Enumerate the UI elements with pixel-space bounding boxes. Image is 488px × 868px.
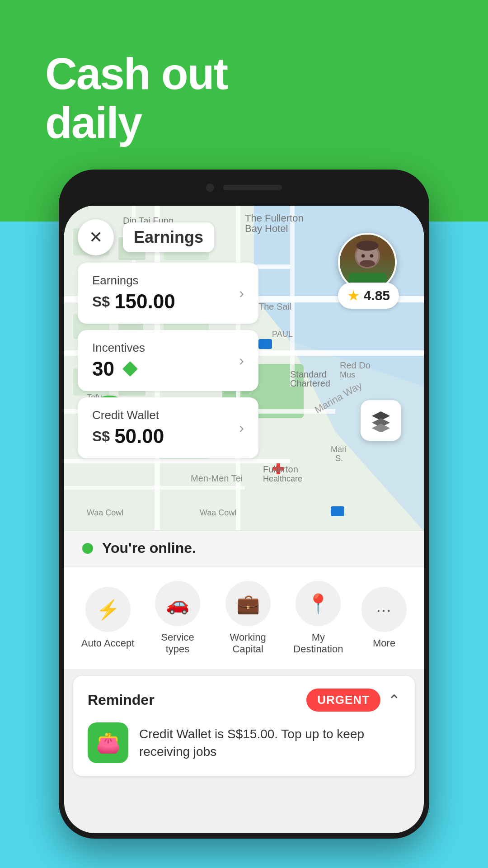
credit-wallet-card-content: Credit Wallet S$50.00 (92, 408, 164, 448)
incentives-card-content: Incentives 30 (92, 341, 145, 380)
svg-text:Mari: Mari (331, 445, 347, 454)
svg-point-53 (370, 254, 374, 258)
earnings-amount: 150.00 (114, 290, 175, 313)
credit-currency: S$ (92, 428, 110, 445)
earnings-currency: S$ (92, 293, 110, 310)
svg-rect-11 (290, 206, 295, 387)
phone-frame: Din Tai Fung The Fullerton Bay Hotel The… (59, 170, 429, 839)
credit-wallet-value: S$50.00 (92, 425, 164, 448)
hero-text: Cash out daily (45, 50, 227, 147)
incentives-arrow-icon: › (239, 352, 244, 369)
svg-text:Mus: Mus (340, 370, 355, 379)
incentives-card[interactable]: Incentives 30 › (78, 330, 258, 391)
incentives-amount: 30 (92, 358, 114, 380)
status-bar: You're online. (64, 530, 424, 566)
svg-text:Fullerton: Fullerton (263, 464, 298, 474)
svg-point-52 (361, 254, 365, 258)
driver-avatar-image (340, 235, 395, 290)
layers-icon (370, 409, 392, 432)
rating-value: 4.85 (364, 288, 390, 303)
credit-amount: 50.00 (114, 425, 164, 448)
svg-text:The Sail: The Sail (258, 302, 291, 311)
my-destination-icon: 📍 (296, 581, 341, 626)
svg-text:Chartered: Chartered (290, 378, 330, 388)
wallet-icon: 👛 (96, 731, 121, 755)
svg-text:Waa Cowl: Waa Cowl (87, 508, 123, 517)
reminder-right: URGENT ⌃ (306, 689, 400, 712)
svg-text:Red Do: Red Do (340, 360, 371, 370)
svg-point-49 (357, 241, 379, 251)
more-icon: ··· (361, 587, 407, 632)
notch-speaker (223, 185, 282, 190)
svg-text:PAUL: PAUL (272, 330, 293, 339)
svg-rect-21 (258, 339, 272, 349)
nav-more[interactable]: ··· More (361, 587, 407, 649)
rating-badge: ★ 4.85 (338, 283, 399, 309)
svg-text:Healthcare: Healthcare (263, 474, 302, 483)
notch-camera (206, 184, 214, 192)
phone-screen: Din Tai Fung The Fullerton Bay Hotel The… (64, 206, 424, 833)
svg-point-50 (360, 260, 375, 267)
wallet-icon-box: 👛 (88, 722, 128, 763)
auto-accept-label: Auto Accept (81, 637, 134, 649)
svg-rect-22 (331, 506, 344, 516)
svg-text:Men-Men Tei: Men-Men Tei (191, 473, 243, 483)
service-types-label: Service types (150, 632, 205, 656)
reminder-content: 👛 Credit Wallet is S$15.00. Top up to ke… (88, 722, 400, 763)
auto-accept-icon: ⚡ (85, 587, 131, 632)
close-button[interactable]: ✕ (78, 219, 114, 255)
credit-wallet-title: Credit Wallet (92, 408, 164, 422)
nav-icons-section: ⚡ Auto Accept 🚗 Service types 💼 Working … (64, 567, 424, 670)
reminder-title: Reminder (88, 692, 155, 708)
credit-wallet-card[interactable]: Credit Wallet S$50.00 › (78, 397, 258, 458)
earnings-panel-label: Earnings (123, 222, 214, 252)
map-area: Din Tai Fung The Fullerton Bay Hotel The… (64, 206, 424, 531)
hero-line2: daily (45, 99, 227, 147)
earnings-card-value: S$150.00 (92, 290, 175, 313)
star-icon: ★ (347, 287, 360, 304)
more-label: More (373, 637, 395, 649)
earnings-card-title: Earnings (92, 274, 175, 288)
reminder-section: Reminder URGENT ⌃ 👛 Credit Wallet is S$1… (73, 676, 415, 776)
nav-my-destination[interactable]: 📍 My Destination (291, 581, 345, 656)
svg-text:Waa Cowl: Waa Cowl (200, 508, 236, 517)
reminder-message: Credit Wallet is S$15.00. Top up to keep… (139, 725, 400, 760)
nav-auto-accept[interactable]: ⚡ Auto Accept (81, 587, 134, 649)
earnings-arrow-icon: › (239, 285, 244, 302)
hero-line1: Cash out (45, 50, 227, 99)
online-status-text: You're online. (102, 540, 196, 557)
urgent-badge: URGENT (306, 689, 380, 712)
layer-button[interactable] (361, 400, 401, 441)
nav-working-capital[interactable]: 💼 Working Capital (221, 581, 275, 656)
working-capital-icon: 💼 (225, 581, 271, 626)
incentives-card-value: 30 (92, 358, 145, 380)
earnings-card-content: Earnings S$150.00 (92, 274, 175, 313)
credit-wallet-arrow-icon: › (239, 420, 244, 436)
nav-service-types[interactable]: 🚗 Service types (150, 581, 205, 656)
working-capital-label: Working Capital (221, 632, 275, 656)
earnings-card[interactable]: Earnings S$150.00 › (78, 263, 258, 324)
reminder-header: Reminder URGENT ⌃ (88, 689, 400, 712)
svg-text:S.: S. (335, 454, 343, 463)
online-indicator (82, 543, 93, 554)
incentives-card-title: Incentives (92, 341, 145, 355)
chevron-up-icon[interactable]: ⌃ (388, 691, 400, 709)
diamond-icon (122, 361, 138, 377)
close-icon: ✕ (89, 228, 103, 247)
svg-marker-56 (372, 424, 390, 432)
my-destination-label: My Destination (291, 632, 345, 656)
svg-text:Standard: Standard (290, 369, 327, 379)
earnings-panel: ✕ Earnings Earnings S$150.00 › (78, 219, 258, 465)
phone-notch (59, 170, 429, 206)
service-types-icon: 🚗 (155, 581, 200, 626)
close-earnings-row: ✕ Earnings (78, 219, 258, 255)
